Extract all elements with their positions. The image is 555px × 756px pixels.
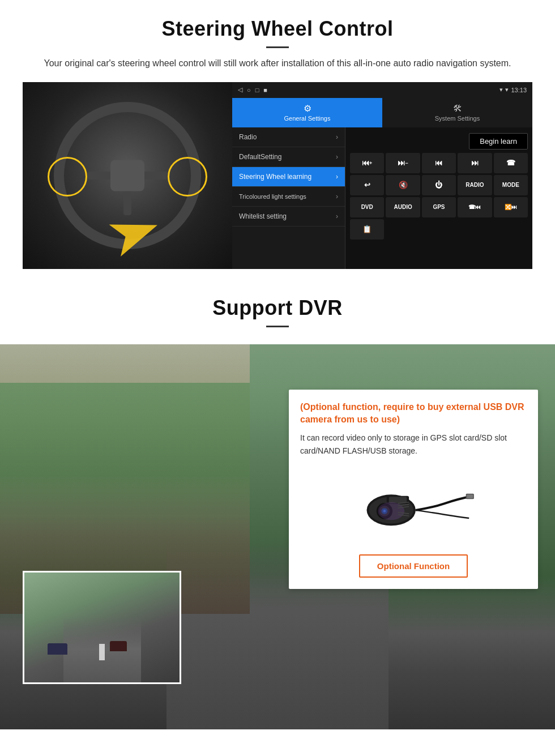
thumbnail-car-1 bbox=[48, 643, 67, 655]
back-button-icon[interactable]: ◁ bbox=[238, 86, 242, 93]
svg-point-11 bbox=[378, 502, 404, 520]
menu-item-radio[interactable]: Radio › bbox=[232, 127, 345, 147]
ctrl-shuffle-next[interactable]: 🔀⏭ bbox=[494, 197, 528, 217]
tab-system-label: System Settings bbox=[435, 115, 480, 122]
ctrl-next-track[interactable]: ⏭ bbox=[458, 153, 492, 173]
ctrl-power[interactable]: ⏻ bbox=[422, 175, 456, 195]
menu-item-whitelist[interactable]: Whitelist setting › bbox=[232, 207, 345, 227]
ctrl-vol-down[interactable]: ⏭− bbox=[386, 153, 420, 173]
highlight-circle-left bbox=[48, 157, 87, 197]
ctrl-mode[interactable]: MODE bbox=[494, 175, 528, 195]
android-settings-panel: ◁ ○ □ ■ ▾ ▾ 13:13 ⚙ General Settings bbox=[232, 82, 532, 269]
settings-menu-area: Radio › DefaultSetting › Steering Wheel … bbox=[232, 127, 532, 269]
optional-function-button[interactable]: Optional Function bbox=[359, 554, 468, 578]
tab-general-label: General Settings bbox=[284, 115, 331, 122]
steering-wheel-section: Steering Wheel Control Your original car… bbox=[0, 0, 555, 280]
ctrl-dvd[interactable]: DVD bbox=[350, 197, 384, 217]
ctrl-audio[interactable]: AUDIO bbox=[386, 197, 420, 217]
chevron-right-icon: › bbox=[336, 193, 338, 200]
section-subtitle: Your original car's steering wheel contr… bbox=[34, 56, 521, 71]
settings-tabs: ⚙ General Settings 🛠 System Settings bbox=[232, 98, 532, 127]
settings-menu-list: Radio › DefaultSetting › Steering Wheel … bbox=[232, 127, 345, 269]
dvr-title: Support DVR bbox=[23, 296, 532, 320]
ctrl-extra[interactable]: 📋 bbox=[350, 219, 384, 240]
begin-learn-button[interactable]: Begin learn bbox=[469, 133, 528, 150]
chevron-right-icon: › bbox=[336, 133, 338, 141]
ctrl-mute[interactable]: 🔇 bbox=[386, 175, 420, 195]
dvr-background: (Optional function, require to buy exter… bbox=[0, 344, 555, 729]
steering-photo bbox=[23, 82, 232, 269]
svg-rect-10 bbox=[467, 495, 473, 498]
dvr-divider bbox=[266, 326, 289, 327]
begin-learn-area: Begin learn bbox=[348, 130, 530, 153]
tab-general-settings[interactable]: ⚙ General Settings bbox=[232, 98, 382, 127]
control-buttons-grid: ⏮+ ⏭− ⏮ ⏭ ☎ ↩ 🔇 ⏻ RADIO MODE DVD AUDIO bbox=[348, 153, 530, 240]
steering-container: ◁ ○ □ ■ ▾ ▾ 13:13 ⚙ General Settings bbox=[23, 82, 532, 269]
dvr-thumbnail-preview bbox=[23, 571, 181, 684]
title-divider bbox=[266, 46, 289, 48]
wifi-icon: ▾ bbox=[505, 86, 509, 93]
ctrl-phone[interactable]: ☎ bbox=[494, 153, 528, 173]
statusbar-status: ▾ ▾ 13:13 bbox=[500, 86, 527, 93]
thumbnail-car-2 bbox=[110, 641, 127, 651]
ctrl-gps[interactable]: GPS bbox=[422, 197, 456, 217]
ctrl-vol-up[interactable]: ⏮+ bbox=[350, 153, 384, 173]
thumbnail-road-line bbox=[99, 644, 105, 660]
dvr-info-title: (Optional function, require to buy exter… bbox=[300, 401, 527, 426]
statusbar-nav: ◁ ○ □ ■ bbox=[238, 86, 267, 93]
home-button-icon[interactable]: ○ bbox=[247, 87, 251, 93]
android-statusbar: ◁ ○ □ ■ ▾ ▾ 13:13 bbox=[232, 82, 532, 98]
record-icon: ■ bbox=[263, 87, 267, 93]
tab-system-settings[interactable]: 🛠 System Settings bbox=[382, 98, 532, 127]
ctrl-radio[interactable]: RADIO bbox=[458, 175, 492, 195]
ctrl-prev-track[interactable]: ⏮ bbox=[422, 153, 456, 173]
page-title: Steering Wheel Control bbox=[23, 17, 532, 41]
dvr-info-text: It can record video only to storage in G… bbox=[300, 432, 527, 457]
clock: 13:13 bbox=[511, 87, 527, 93]
support-dvr-section: Support DVR (Optional function, require … bbox=[0, 280, 555, 729]
wheel-center-hub bbox=[110, 160, 144, 191]
system-icon: 🛠 bbox=[453, 104, 462, 114]
chevron-right-icon: › bbox=[336, 153, 338, 161]
vegetation-bg bbox=[0, 383, 250, 537]
dvr-title-area: Support DVR bbox=[0, 280, 555, 344]
dvr-camera-svg bbox=[351, 472, 476, 540]
svg-rect-8 bbox=[389, 497, 407, 503]
signal-icon: ▾ bbox=[500, 86, 503, 93]
chevron-right-icon: › bbox=[336, 173, 338, 181]
gear-icon: ⚙ bbox=[304, 103, 311, 114]
menu-item-steering-wheel[interactable]: Steering Wheel learning › bbox=[232, 167, 345, 187]
ctrl-back[interactable]: ↩ bbox=[350, 175, 384, 195]
settings-content-area: Begin learn ⏮+ ⏭− ⏮ ⏭ ☎ ↩ 🔇 ⏻ RA bbox=[345, 127, 532, 269]
menu-item-default-setting[interactable]: DefaultSetting › bbox=[232, 147, 345, 167]
dvr-camera-device bbox=[300, 466, 527, 545]
recents-button-icon[interactable]: □ bbox=[255, 87, 259, 93]
thumbnail-image bbox=[24, 573, 180, 682]
highlight-circle-right bbox=[168, 157, 207, 197]
menu-item-tricoloured[interactable]: Tricoloured light settings › bbox=[232, 187, 345, 207]
ctrl-phone-prev[interactable]: ☎⏮ bbox=[458, 197, 492, 217]
chevron-right-icon: › bbox=[336, 212, 338, 220]
dvr-info-card: (Optional function, require to buy exter… bbox=[289, 390, 538, 590]
